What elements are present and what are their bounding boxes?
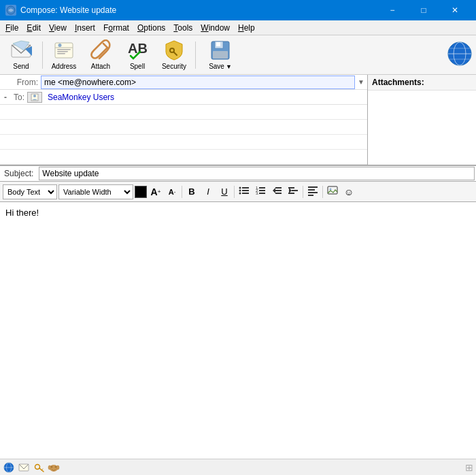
bullet-list-button[interactable] <box>237 184 252 199</box>
indent-button[interactable] <box>286 184 301 199</box>
attach-icon <box>90 39 112 61</box>
svg-rect-48 <box>308 195 313 196</box>
address-label: Address <box>52 63 77 70</box>
menu-help[interactable]: Help <box>234 22 259 34</box>
header-section: From: ▼ - To: SeaMonkey Users <box>0 75 476 165</box>
smiley-button[interactable]: ☺ <box>341 184 356 199</box>
menu-insert[interactable]: Insert <box>71 22 99 34</box>
svg-point-50 <box>330 189 332 191</box>
numbered-list-icon: 1. 2. 3. <box>255 185 266 198</box>
attachments-label: Attachments: <box>368 75 476 91</box>
from-label: From: <box>0 76 41 88</box>
from-dropdown[interactable]: ▼ <box>355 77 367 87</box>
menu-view[interactable]: View <box>45 22 71 34</box>
format-sep-3 <box>303 186 303 198</box>
security-label: Security <box>162 63 186 70</box>
from-row: From: ▼ <box>0 75 367 90</box>
style-select[interactable]: Body Text <box>3 184 57 199</box>
from-input[interactable] <box>41 76 355 89</box>
svg-rect-44 <box>288 193 294 194</box>
spell-icon: ABC <box>126 39 148 61</box>
text-color-picker[interactable] <box>135 186 147 198</box>
bold-icon: B <box>188 186 194 197</box>
close-button[interactable]: ✕ <box>439 0 471 20</box>
menu-options[interactable]: Options <box>133 22 169 34</box>
compose-area[interactable]: Hi there! <box>0 202 476 459</box>
subject-row: Subject: <box>0 165 476 182</box>
decrease-font-button[interactable]: A- <box>165 184 180 199</box>
insert-image-button[interactable] <box>325 184 340 199</box>
menu-file[interactable]: File <box>1 22 22 34</box>
attachments-panel: Attachments: <box>367 75 476 165</box>
svg-rect-42 <box>288 187 294 189</box>
toolbar-sep-1 <box>42 42 43 69</box>
svg-rect-36 <box>259 193 265 194</box>
status-bar: ⊞ <box>0 459 476 475</box>
compose-text: Hi there! <box>5 208 39 218</box>
address-button[interactable]: Address <box>47 39 81 71</box>
svg-rect-38 <box>275 187 282 189</box>
status-icon-key <box>33 461 45 474</box>
align-left-button[interactable] <box>305 184 320 199</box>
font-select[interactable]: Variable Width <box>58 184 133 199</box>
status-resize-handle[interactable]: ⊞ <box>465 462 473 473</box>
outdent-icon <box>271 185 282 198</box>
svg-rect-16 <box>213 51 228 59</box>
window-controls: − □ ✕ <box>377 0 471 20</box>
menu-format[interactable]: Format <box>99 22 133 34</box>
save-button[interactable]: Save ▼ <box>200 39 241 71</box>
svg-line-57 <box>41 469 43 470</box>
menu-edit[interactable]: Edit <box>22 22 45 34</box>
insert-image-icon <box>327 185 338 198</box>
to-row: - To: SeaMonkey Users <box>0 90 367 105</box>
minimize-button[interactable]: − <box>377 0 408 20</box>
underline-button[interactable]: U <box>217 184 232 199</box>
svg-point-61 <box>48 465 51 470</box>
subject-input[interactable] <box>39 167 475 180</box>
indent-icon <box>288 185 299 198</box>
window-body: File Edit View Insert Format Options Too… <box>0 20 476 475</box>
bold-button[interactable]: B <box>184 184 199 199</box>
italic-button[interactable]: I <box>201 184 216 199</box>
attachments-area <box>368 91 476 165</box>
maximize-button[interactable]: □ <box>408 0 439 20</box>
recipient-row-4 <box>0 135 367 150</box>
menu-window[interactable]: Window <box>197 22 234 34</box>
svg-text:3.: 3. <box>256 191 259 195</box>
increase-font-button[interactable]: A+ <box>148 184 163 199</box>
svg-point-29 <box>239 193 241 195</box>
send-button[interactable]: Send <box>4 39 38 71</box>
seamonkey-globe <box>447 42 472 68</box>
align-left-icon <box>307 185 318 198</box>
svg-rect-7 <box>57 49 71 50</box>
recipient-row-3 <box>0 120 367 135</box>
title-bar-left: Compose: Website update <box>5 5 116 16</box>
increase-font-icon: A <box>151 186 158 197</box>
format-sep-1 <box>182 186 182 198</box>
menu-bar: File Edit View Insert Format Options Too… <box>0 20 476 35</box>
attach-button[interactable]: Attach <box>84 39 118 71</box>
main-toolbar: Send Address <box>0 35 476 75</box>
decrease-font-icon: A <box>169 188 174 196</box>
address-icon <box>53 39 75 61</box>
svg-rect-46 <box>308 189 315 191</box>
outdent-button[interactable] <box>269 184 284 199</box>
subject-label: Subject: <box>0 167 37 180</box>
spell-button[interactable]: ABC Spell <box>120 39 154 71</box>
status-icons-left <box>3 461 60 474</box>
menu-tools[interactable]: Tools <box>169 22 197 34</box>
status-icon-earth <box>3 461 15 474</box>
spell-label: Spell <box>130 63 145 70</box>
send-icon <box>10 39 32 61</box>
svg-rect-30 <box>242 193 249 194</box>
svg-rect-26 <box>242 187 249 189</box>
to-address-book-btn[interactable] <box>27 92 42 103</box>
svg-point-25 <box>239 187 241 189</box>
recipient-row-2 <box>0 105 367 120</box>
toolbar-sep-2 <box>195 42 196 69</box>
italic-icon: I <box>207 186 209 197</box>
content-area: From: ▼ - To: SeaMonkey Users <box>0 75 476 459</box>
security-button[interactable]: Security <box>157 39 191 71</box>
numbered-list-button[interactable]: 1. 2. 3. <box>253 184 268 199</box>
to-collapse-btn[interactable]: - <box>0 91 11 103</box>
